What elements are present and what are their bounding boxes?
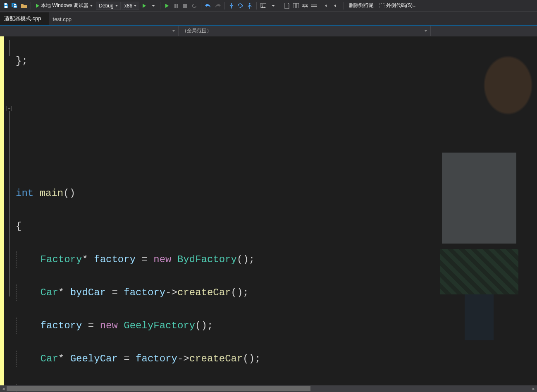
stop-icon[interactable] xyxy=(181,2,189,10)
tab-label: test.cpp xyxy=(53,16,72,22)
snippet-icon xyxy=(379,3,384,8)
redo-icon[interactable] xyxy=(214,2,222,10)
code-text: GeelyFactory xyxy=(124,318,195,334)
toolbar-sep xyxy=(224,2,225,10)
svg-point-8 xyxy=(240,7,241,8)
indent-icon[interactable] xyxy=(324,2,332,10)
svg-rect-12 xyxy=(293,3,296,8)
code-editor[interactable]: − }; int main() { Factory* factory = new… xyxy=(0,36,537,385)
scroll-left-icon[interactable]: ◂ xyxy=(0,385,7,392)
start-debug-button[interactable]: 本地 Windows 调试器 xyxy=(33,1,95,10)
dropdown-arrow-icon[interactable] xyxy=(269,2,277,10)
scope-dropdown-left[interactable] xyxy=(0,26,179,36)
delete-to-eol-button[interactable]: 删除到行尾 xyxy=(346,1,376,10)
uncomment-icon[interactable] xyxy=(310,2,318,10)
fold-toggle-icon[interactable]: − xyxy=(7,106,12,111)
scrollbar-thumb[interactable] xyxy=(7,386,310,391)
code-text: bydCar xyxy=(70,284,106,301)
code-text: new xyxy=(100,318,118,334)
comment-icon[interactable] xyxy=(301,2,309,10)
code-text: factory xyxy=(124,284,165,301)
code-text: factory xyxy=(94,251,136,268)
save-icon[interactable] xyxy=(2,2,10,10)
code-text: factory xyxy=(136,351,177,367)
step-over-icon[interactable] xyxy=(236,2,245,10)
folder-icon[interactable] xyxy=(20,2,28,10)
chevron-down-icon xyxy=(134,5,136,7)
save-all-icon[interactable] xyxy=(11,2,19,10)
platform-dropdown[interactable]: x86 xyxy=(122,2,139,10)
toolbar-sep xyxy=(160,2,160,10)
code-text: main xyxy=(40,185,64,202)
code-text: factory xyxy=(41,318,82,334)
code-text: new xyxy=(153,251,171,268)
code-text: }; xyxy=(16,53,28,69)
dropdown-arrow-icon[interactable] xyxy=(149,2,158,10)
code-text: GeelyCar xyxy=(70,351,118,367)
svg-rect-6 xyxy=(183,4,187,8)
main-toolbar: 本地 Windows 调试器 Debug x86 删除到行尾 外侧代码(S)..… xyxy=(0,0,537,12)
code-text: createCar xyxy=(189,351,243,367)
play-icon xyxy=(36,4,39,8)
horizontal-scrollbar[interactable]: ◂ ▸ xyxy=(0,385,537,392)
start-without-debug-icon[interactable] xyxy=(140,2,148,10)
continue-icon[interactable] xyxy=(163,2,171,10)
svg-point-9 xyxy=(249,3,251,4)
code-content[interactable]: }; int main() { Factory* factory = new B… xyxy=(15,36,537,385)
toggle-header-source-icon[interactable] xyxy=(292,2,300,10)
chevron-down-icon xyxy=(90,5,93,7)
svg-rect-0 xyxy=(5,3,7,5)
code-text: Car xyxy=(41,284,58,301)
config-label: Debug xyxy=(99,3,113,9)
editor-tabstrip: 适配器模式.cpp test.cpp xyxy=(0,12,537,25)
tab-label: 适配器模式.cpp xyxy=(4,15,41,22)
toolbar-sep xyxy=(256,2,257,10)
svg-rect-13 xyxy=(296,3,299,8)
new-file-icon[interactable] xyxy=(283,2,291,10)
code-text: Car xyxy=(41,351,58,367)
delete-to-eol-label: 删除到行尾 xyxy=(349,2,374,9)
editor-area: − }; int main() { Factory* factory = new… xyxy=(0,36,537,385)
code-text: BydFactory xyxy=(177,251,237,268)
restart-icon[interactable] xyxy=(190,2,198,10)
scope-dropdown-right[interactable]: （全局范围） xyxy=(179,26,431,36)
code-text: createCar xyxy=(177,284,231,301)
change-margin xyxy=(0,36,4,385)
svg-rect-2 xyxy=(14,4,16,5)
svg-rect-1 xyxy=(5,6,7,8)
scope-right-label: （全局范围） xyxy=(182,27,212,34)
config-dropdown[interactable]: Debug xyxy=(96,2,120,10)
toolbar-sep xyxy=(344,2,344,10)
scrollbar-track[interactable] xyxy=(7,385,530,392)
svg-point-7 xyxy=(231,7,232,8)
scope-bar: （全局范围） xyxy=(0,26,537,36)
toolbar-sep xyxy=(201,2,201,10)
folding-gutter: − xyxy=(4,36,15,385)
chevron-down-icon xyxy=(425,30,427,32)
outer-code-button[interactable]: 外侧代码(S)... xyxy=(377,1,419,10)
chevron-down-icon xyxy=(115,5,118,7)
image-icon[interactable] xyxy=(259,2,267,10)
tab-test[interactable]: test.cpp xyxy=(49,14,79,25)
chevron-down-icon xyxy=(172,30,175,32)
code-text: int xyxy=(16,185,33,202)
pause-icon[interactable] xyxy=(172,2,180,10)
code-text: Factory xyxy=(41,251,82,268)
platform-label: x86 xyxy=(124,3,132,9)
svg-rect-5 xyxy=(177,4,178,8)
undo-icon[interactable] xyxy=(204,2,212,10)
svg-point-11 xyxy=(262,4,263,5)
outdent-icon[interactable] xyxy=(333,2,341,10)
tab-adapter-pattern[interactable]: 适配器模式.cpp xyxy=(0,12,49,25)
outer-code-label: 外侧代码(S)... xyxy=(386,2,417,9)
svg-rect-3 xyxy=(14,6,17,7)
step-out-icon[interactable] xyxy=(246,2,254,10)
debug-target-label: 本地 Windows 调试器 xyxy=(41,2,88,9)
step-into-icon[interactable] xyxy=(227,2,236,10)
toolbar-sep xyxy=(321,2,321,10)
toolbar-sep xyxy=(280,2,280,10)
svg-rect-4 xyxy=(174,4,176,8)
toolbar-sep xyxy=(31,2,31,10)
svg-rect-14 xyxy=(379,3,384,8)
